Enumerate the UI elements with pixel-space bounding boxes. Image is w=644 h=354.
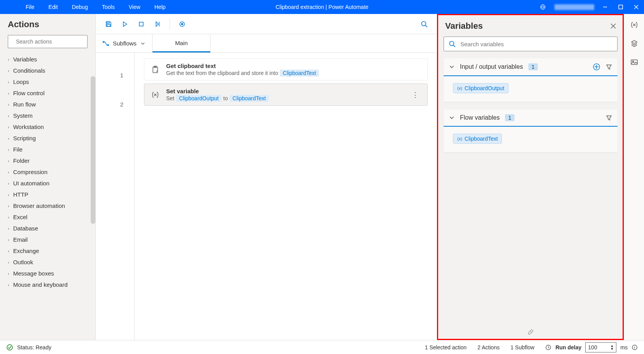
action-cat-flow-control[interactable]: ›Flow control <box>2 87 93 99</box>
action-cat-file[interactable]: ›File <box>2 144 93 155</box>
action-cat-mouse-keyboard[interactable]: ›Mouse and keyboard <box>2 279 93 290</box>
step-title: Set variable <box>166 88 403 94</box>
chevron-down-icon <box>449 115 454 120</box>
stop-button[interactable] <box>134 17 149 31</box>
stepper-buttons[interactable]: ▲▼ <box>610 344 614 351</box>
variable-chip[interactable]: (x)ClipboardOutput <box>453 83 509 93</box>
variables-search[interactable] <box>444 37 618 51</box>
ui-elements-rail-icon[interactable] <box>630 40 638 47</box>
menu-tools[interactable]: Tools <box>95 1 122 13</box>
step-description: Get the text from the clipboard and stor… <box>166 70 422 76</box>
line-number: 2 <box>96 90 123 119</box>
action-cat-outlook[interactable]: ›Outlook <box>2 256 93 268</box>
run-button[interactable] <box>118 17 132 31</box>
filter-icon[interactable] <box>606 115 612 121</box>
chevron-right-icon: › <box>8 204 9 208</box>
add-variable-button[interactable] <box>593 63 600 71</box>
action-cat-browser-automation[interactable]: ›Browser automation <box>2 200 93 211</box>
variables-rail-icon[interactable] <box>630 21 638 29</box>
action-cat-folder[interactable]: ›Folder <box>2 155 93 166</box>
variables-search-input[interactable] <box>460 41 612 47</box>
actions-panel: Actions ›Variables ›Conditionals ›Loops … <box>0 14 96 340</box>
flow-variables-header[interactable]: Flow variables 1 <box>444 110 618 127</box>
variable-value-box[interactable] <box>505 82 563 94</box>
chevron-right-icon: › <box>8 283 9 287</box>
chevron-right-icon: › <box>8 147 9 152</box>
action-cat-ui-automation[interactable]: ›UI automation <box>2 178 93 189</box>
svg-rect-6 <box>139 22 143 26</box>
chevron-right-icon: › <box>8 215 9 220</box>
menu-file[interactable]: File <box>19 1 42 13</box>
menu-help[interactable]: Help <box>147 1 173 13</box>
selected-count: 1 Selected action <box>425 344 467 351</box>
environment-label: ████████████ <box>551 4 597 10</box>
tab-main[interactable]: Main <box>153 34 211 52</box>
search-button[interactable] <box>417 17 432 31</box>
menu-edit[interactable]: Edit <box>42 1 65 13</box>
chevron-right-icon: › <box>8 113 9 118</box>
action-cat-loops[interactable]: ›Loops <box>2 76 93 87</box>
action-cat-email[interactable]: ›Email <box>2 234 93 245</box>
maximize-button[interactable] <box>613 0 628 14</box>
step-set-variable[interactable]: Set variable Set ClipboardOutputtoClipbo… <box>144 84 428 106</box>
environment-icon[interactable] <box>534 0 551 14</box>
menu-view[interactable]: View <box>122 1 147 13</box>
info-icon[interactable] <box>632 344 638 351</box>
designer-panel: Subflows Main 1 2 A Get clipboard text G… <box>96 14 437 340</box>
variable-pill: ClipboardText <box>280 70 319 77</box>
variables-panel: Variables Input / output variables 1 (x)… <box>437 14 624 340</box>
filter-icon[interactable] <box>606 64 612 70</box>
record-button[interactable] <box>175 17 190 31</box>
variable-pill: ClipboardText <box>230 95 269 102</box>
svg-text:A: A <box>156 70 158 73</box>
chevron-right-icon: › <box>8 159 9 163</box>
actions-search[interactable] <box>8 35 88 48</box>
step-get-clipboard[interactable]: A Get clipboard text Get the text from t… <box>144 58 428 80</box>
svg-rect-2 <box>619 5 623 9</box>
ms-label: ms <box>620 344 628 351</box>
step-description: Set ClipboardOutputtoClipboardText <box>166 95 403 101</box>
eraser-icon[interactable] <box>527 328 534 335</box>
step-button[interactable] <box>150 17 165 31</box>
action-cat-http[interactable]: ›HTTP <box>2 189 93 200</box>
svg-point-9 <box>421 21 426 26</box>
close-panel-button[interactable] <box>611 23 616 29</box>
chevron-right-icon: › <box>8 271 9 276</box>
svg-rect-5 <box>107 24 110 26</box>
action-cat-conditionals[interactable]: ›Conditionals <box>2 65 93 76</box>
actions-search-input[interactable] <box>16 38 84 45</box>
svg-point-15 <box>449 41 454 45</box>
io-variables-header[interactable]: Input / output variables 1 <box>444 58 618 76</box>
chevron-right-icon: › <box>8 192 9 197</box>
run-delay-input[interactable]: 100 ▲▼ <box>585 342 616 352</box>
action-cat-excel[interactable]: ›Excel <box>2 211 93 223</box>
close-button[interactable] <box>628 0 644 14</box>
action-cat-message-boxes[interactable]: ›Message boxes <box>2 268 93 279</box>
io-variables-section: Input / output variables 1 (x)ClipboardO… <box>444 58 618 102</box>
save-button[interactable] <box>101 17 116 31</box>
action-cat-database[interactable]: ›Database <box>2 223 93 234</box>
status-ok-icon <box>6 344 13 351</box>
menu-debug[interactable]: Debug <box>65 1 95 13</box>
section-title: Input / output variables <box>460 63 523 70</box>
action-cat-system[interactable]: ›System <box>2 110 93 121</box>
action-cat-workstation[interactable]: ›Workstation <box>2 121 93 133</box>
scrollbar[interactable] <box>91 76 95 224</box>
variable-chip[interactable]: (x)ClipboardText <box>453 134 502 144</box>
action-cat-exchange[interactable]: ›Exchange <box>2 245 93 256</box>
svg-point-19 <box>7 345 12 350</box>
action-cat-run-flow[interactable]: ›Run flow <box>2 99 93 110</box>
action-cat-scripting[interactable]: ›Scripting <box>2 133 93 144</box>
images-rail-icon[interactable] <box>630 58 638 66</box>
variable-pill: ClipboardOutput <box>176 95 222 102</box>
toolbar <box>96 14 437 34</box>
chevron-right-icon: › <box>8 125 9 129</box>
minimize-button[interactable] <box>597 0 613 14</box>
chevron-right-icon: › <box>8 91 9 96</box>
more-options-button[interactable]: ⋮ <box>409 91 422 99</box>
variable-value-box[interactable] <box>498 133 556 145</box>
action-cat-compression[interactable]: ›Compression <box>2 166 93 178</box>
variables-title: Variables <box>445 21 483 31</box>
action-cat-variables[interactable]: ›Variables <box>2 54 93 65</box>
subflows-dropdown[interactable]: Subflows <box>96 34 153 52</box>
